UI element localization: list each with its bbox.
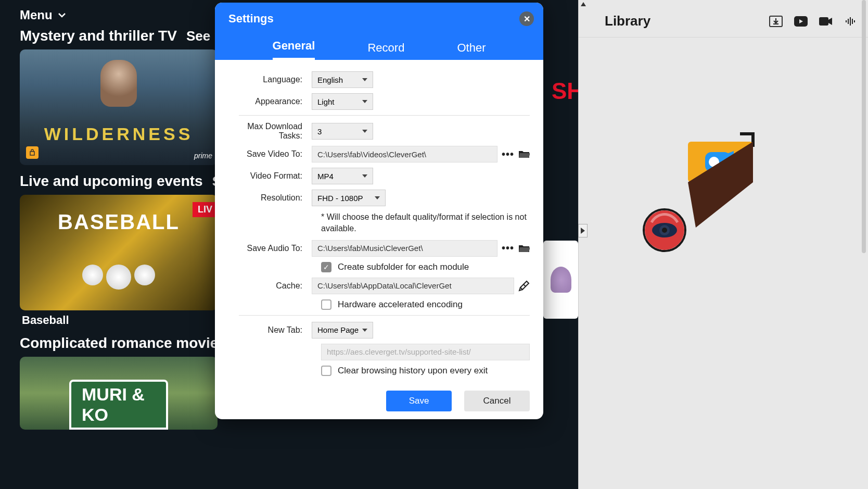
close-icon: ✕ xyxy=(524,14,530,24)
content-tile-muri[interactable]: MURI & KO xyxy=(20,357,218,430)
audio-filter-icon[interactable] xyxy=(844,16,858,27)
hw-accel-checkbox[interactable] xyxy=(321,299,331,310)
browse-video-button[interactable]: ••• xyxy=(502,148,514,160)
new-tab-url-input[interactable]: https://aes.cleverget.tv/supported-site-… xyxy=(321,344,530,360)
tab-general[interactable]: General xyxy=(273,39,315,60)
appearance-label: Appearance: xyxy=(228,97,312,106)
shopping-bag-icon xyxy=(26,146,39,159)
cancel-button[interactable]: Cancel xyxy=(464,391,530,411)
language-label: Language: xyxy=(228,75,312,84)
champions-tile[interactable] xyxy=(543,241,578,319)
max-tasks-label: Max Download Tasks: xyxy=(228,122,312,141)
settings-modal-header: Settings ✕ xyxy=(215,3,543,35)
tile-title-baseball: BASEBALL xyxy=(58,210,180,234)
video-format-value: MP4 xyxy=(317,172,334,181)
new-tab-select[interactable]: Home Page xyxy=(312,322,373,338)
library-sidebar: Library xyxy=(578,0,868,489)
trophy-icon xyxy=(551,267,571,293)
chevron-down-icon xyxy=(362,174,367,178)
video-format-select[interactable]: MP4 xyxy=(312,168,373,184)
resolution-select[interactable]: FHD - 1080P xyxy=(312,190,386,206)
chevron-down-icon xyxy=(362,329,367,332)
hw-accel-label: Hardware accelerated encoding xyxy=(338,299,463,310)
settings-body: Language: English Appearance: Light Max … xyxy=(215,60,543,383)
chevron-down-icon xyxy=(362,100,367,103)
save-audio-path[interactable]: C:\Users\fab\Music\CleverGet\ xyxy=(312,240,497,257)
section-title-live: Live and upcoming events xyxy=(20,173,203,190)
svg-rect-1 xyxy=(819,17,828,26)
quality-note: * Will choose the default quality/format… xyxy=(321,211,530,235)
prime-badge: prime xyxy=(194,152,212,160)
tab-record[interactable]: Record xyxy=(367,41,404,60)
open-folder-video-icon[interactable] xyxy=(518,149,530,159)
collapse-library-button[interactable] xyxy=(578,224,588,237)
subfolder-checkbox[interactable]: ✓ xyxy=(321,262,331,272)
section-title-romance: Complicated romance movies xyxy=(20,335,226,352)
new-tab-label: New Tab: xyxy=(228,325,312,335)
chevron-down-icon xyxy=(362,78,367,81)
video-format-label: Video Format: xyxy=(228,171,312,181)
clear-history-label: Clear browsing history upon every exit xyxy=(338,366,488,376)
save-video-label: Save Video To: xyxy=(228,149,312,159)
library-header: Library xyxy=(579,0,868,37)
settings-tabs: General Record Other xyxy=(215,35,543,60)
tile-title-muri: MURI & KO xyxy=(69,380,168,430)
video-filter-icon[interactable] xyxy=(819,16,833,27)
chevron-down-icon xyxy=(375,196,380,199)
live-badge: LIV xyxy=(193,202,218,217)
library-title: Library xyxy=(605,13,650,29)
youtube-filter-icon[interactable] xyxy=(794,16,808,27)
appearance-value: Light xyxy=(317,97,335,106)
close-button[interactable]: ✕ xyxy=(519,11,534,26)
tab-other[interactable]: Other xyxy=(457,41,486,60)
divider xyxy=(239,115,530,116)
svg-point-8 xyxy=(662,228,667,233)
browse-audio-button[interactable]: ••• xyxy=(502,242,514,254)
library-empty-illustration xyxy=(620,126,756,256)
tile-title-wilderness: WILDERNESS xyxy=(44,124,194,144)
new-tab-value: Home Page xyxy=(317,325,359,334)
settings-footer: Save Cancel xyxy=(215,383,543,419)
menu-label: Menu xyxy=(20,8,53,22)
clear-cache-icon[interactable] xyxy=(518,280,530,292)
resolution-label: Resolution: xyxy=(228,193,312,203)
subfolder-label: Create subfolder for each module xyxy=(338,262,469,272)
chevron-down-icon xyxy=(58,11,66,19)
clear-history-checkbox[interactable] xyxy=(321,366,331,376)
max-tasks-value: 3 xyxy=(317,127,322,136)
save-audio-label: Save Audio To: xyxy=(228,244,312,253)
save-button[interactable]: Save xyxy=(386,391,452,411)
mariners-text: ariners xyxy=(538,292,580,306)
language-select[interactable]: English xyxy=(312,71,373,88)
content-tile-wilderness[interactable]: WILDERNESS prime xyxy=(20,49,218,165)
check-icon: ✓ xyxy=(323,263,329,271)
download-filter-icon[interactable] xyxy=(769,16,783,27)
triangle-right-icon xyxy=(581,228,585,234)
language-value: English xyxy=(317,76,343,84)
library-filter-icons xyxy=(769,16,858,27)
cache-label: Cache: xyxy=(228,281,312,291)
divider xyxy=(239,315,530,316)
chevron-down-icon xyxy=(362,130,367,133)
settings-modal: Settings ✕ General Record Other Language… xyxy=(215,3,543,419)
library-body xyxy=(579,37,868,485)
max-tasks-select[interactable]: 3 xyxy=(312,123,373,140)
save-video-path[interactable]: C:\Users\fab\Videos\CleverGet\ xyxy=(312,146,497,162)
settings-title: Settings xyxy=(228,12,274,26)
cache-path[interactable]: C:\Users\fab\AppData\Local\CleverGet xyxy=(312,278,514,294)
appearance-select[interactable]: Light xyxy=(312,93,373,110)
open-folder-audio-icon[interactable] xyxy=(518,244,530,253)
resolution-value: FHD - 1080P xyxy=(317,194,363,203)
scroll-top-arrow-icon[interactable] xyxy=(581,2,586,6)
content-tile-baseball[interactable]: LIV BASEBALL xyxy=(20,195,218,310)
section-title-mystery: Mystery and thriller TV xyxy=(20,28,177,44)
